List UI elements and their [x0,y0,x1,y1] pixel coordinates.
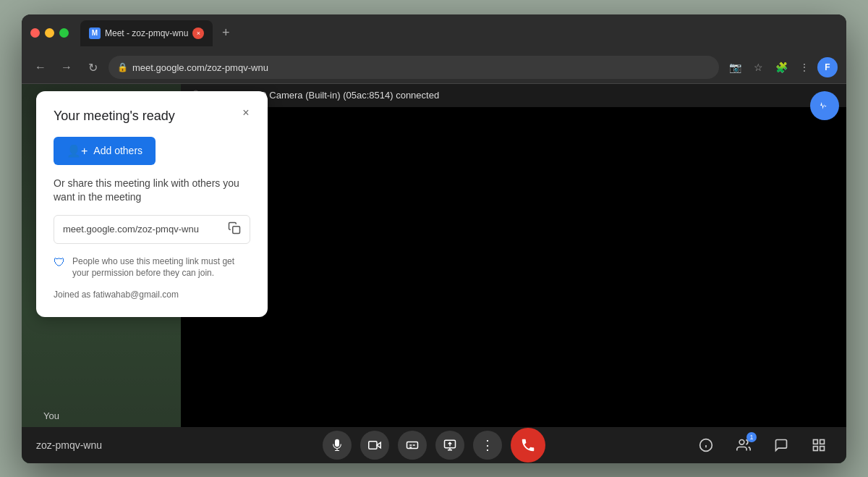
video-header: 🎥 FaceTime HD Camera (Built-in) (05ac:85… [181,84,846,107]
svg-rect-8 [814,446,818,450]
extensions-icon[interactable]: 🧩 [771,57,791,77]
shield-icon: 🛡 [54,256,65,269]
svg-rect-7 [820,439,825,444]
tab-close-button[interactable]: × [192,28,204,39]
svg-rect-1 [369,441,377,449]
popup-close-button[interactable]: × [236,103,256,123]
minimize-window-button[interactable] [45,28,54,38]
tab-bar: M Meet - zoz-pmqv-wnu × + [80,20,838,46]
chat-button[interactable] [768,432,794,458]
meet-hud [810,91,839,120]
browser-window: M Meet - zoz-pmqv-wnu × + ← → ↻ 🔒 meet.g… [22,14,846,463]
tab-favicon: M [89,28,101,39]
lock-icon: 🔒 [117,62,128,72]
security-note: 🛡 People who use this meeting link must … [54,256,250,280]
meeting-ready-popup: × Your meeting's ready 👤+ Add others Or … [36,91,268,318]
meeting-link-text: meet.google.com/zoz-pmqv-wnu [63,224,222,235]
active-tab[interactable]: M Meet - zoz-pmqv-wnu × [80,20,213,46]
people-count-badge: 1 [746,432,757,442]
url-text: meet.google.com/zoz-pmqv-wnu [132,62,268,73]
menu-icon[interactable]: ⋮ [794,57,814,77]
add-others-label: Add others [93,145,142,156]
hud-waveform-button[interactable] [810,91,839,120]
maximize-window-button[interactable] [59,28,69,38]
toolbar-icons: 📷 ☆ 🧩 ⋮ F [725,57,838,77]
popup-overlay: × Your meeting's ready 👤+ Add others Or … [36,91,268,318]
end-call-button[interactable] [511,428,545,463]
svg-point-5 [739,439,744,444]
security-text: People who use this meeting link must ge… [72,256,250,280]
meeting-id: zoz-pmqv-wnu [36,439,181,451]
profile-avatar[interactable]: F [817,57,838,77]
add-others-button[interactable]: 👤+ Add others [54,137,156,165]
back-button[interactable]: ← [30,57,51,77]
svg-rect-6 [814,439,818,444]
captions-button[interactable] [398,431,427,460]
camera-button[interactable] [360,431,389,460]
tab-title: Meet - zoz-pmqv-wnu [105,28,188,38]
url-bar[interactable]: 🔒 meet.google.com/zoz-pmqv-wnu [109,56,719,79]
video-body [181,107,846,427]
traffic-lights [30,28,69,38]
refresh-button[interactable]: ↻ [82,57,103,77]
svg-rect-9 [820,446,825,450]
info-button[interactable] [693,432,719,458]
meeting-link-box: meet.google.com/zoz-pmqv-wnu [54,215,250,244]
joined-as-text: Joined as fatiwahab@gmail.com [54,290,250,300]
person-add-icon: 👤+ [67,144,88,158]
close-window-button[interactable] [30,28,40,38]
video-panel: 🎥 FaceTime HD Camera (Built-in) (05ac:85… [181,84,846,427]
address-bar: ← → ↻ 🔒 meet.google.com/zoz-pmqv-wnu 📷 ☆… [22,52,846,84]
activities-button[interactable] [806,432,832,458]
bottom-bar: zoz-pmqv-wnu [22,427,846,463]
bookmark-icon[interactable]: ☆ [748,57,768,77]
popup-title: Your meeting's ready [54,109,250,124]
title-bar: M Meet - zoz-pmqv-wnu × + [22,14,846,52]
main-content: 🎥 FaceTime HD Camera (Built-in) (05ac:85… [22,84,846,463]
people-button[interactable]: 1 [731,432,757,458]
cast-icon[interactable]: 📷 [725,57,745,77]
new-tab-button[interactable]: + [216,23,236,43]
controls: ⋮ [181,428,687,463]
svg-rect-0 [233,226,240,233]
share-text: Or share this meeting link with others y… [54,177,250,205]
present-button[interactable] [435,431,464,460]
copy-link-button[interactable] [228,221,241,237]
svg-rect-2 [407,442,418,448]
forward-button[interactable]: → [56,57,77,77]
mic-button[interactable] [323,431,352,460]
right-controls: 1 [687,432,832,458]
you-label: You [43,410,59,421]
more-options-button[interactable]: ⋮ [473,431,502,460]
